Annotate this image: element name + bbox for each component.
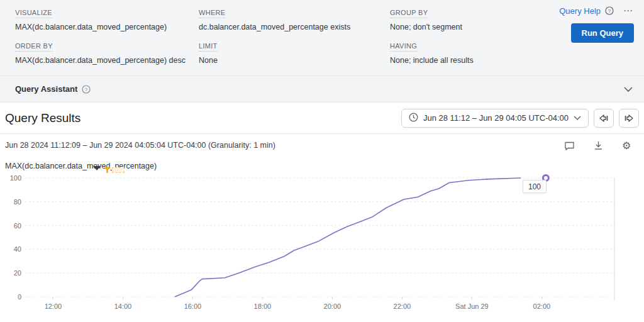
svg-text:14:00: 14:00 bbox=[114, 303, 132, 310]
svg-text:22:00: 22:00 bbox=[394, 303, 411, 310]
clause-label: GROUP BY bbox=[390, 9, 428, 18]
svg-text:20:00: 20:00 bbox=[324, 303, 341, 310]
clause-group-by[interactable]: GROUP BY None; don't segment bbox=[390, 9, 572, 31]
clause-label: ORDER BY bbox=[15, 42, 53, 52]
comment-icon[interactable] bbox=[564, 140, 575, 151]
svg-text:16:00: 16:00 bbox=[184, 303, 202, 310]
svg-text:?: ? bbox=[608, 8, 611, 14]
help-circle-icon[interactable]: ? bbox=[605, 6, 614, 15]
query-assistant-bar[interactable]: Query Assistant ? bbox=[0, 76, 644, 103]
clause-order-by[interactable]: ORDER BY MAX(dc.balancer.data_moved_perc… bbox=[15, 42, 199, 65]
clause-grid: VISUALIZE MAX(dc.balancer.data_moved_per… bbox=[15, 9, 572, 75]
chart-canvas[interactable]: 02040608010012:0014:0016:0018:0020:0022:… bbox=[0, 165, 644, 316]
results-meta-row: Jun 28 2024 11:12:09 – Jun 29 2024 04:05… bbox=[0, 134, 644, 157]
download-icon[interactable] bbox=[593, 140, 604, 151]
svg-text:20: 20 bbox=[14, 269, 21, 277]
svg-text:60: 60 bbox=[14, 222, 21, 230]
query-time-span-text: Jun 28 2024 11:12:09 – Jun 29 2024 04:05… bbox=[5, 141, 275, 150]
svg-text:12:00: 12:00 bbox=[45, 303, 62, 310]
svg-text:?: ? bbox=[85, 87, 88, 92]
overflow-menu-icon[interactable]: ⋯ bbox=[623, 5, 634, 16]
svg-text:02:00: 02:00 bbox=[533, 303, 551, 310]
svg-text:0: 0 bbox=[18, 293, 21, 301]
chevron-down-icon bbox=[574, 113, 581, 123]
clause-limit[interactable]: LIMIT None bbox=[199, 42, 390, 65]
results-header: Query Results Jun 28 11:12 – Jun 29 04:0… bbox=[0, 103, 644, 134]
run-query-button[interactable]: Run Query bbox=[571, 23, 634, 43]
query-builder-panel: VISUALIZE MAX(dc.balancer.data_moved_per… bbox=[0, 0, 644, 76]
clause-where[interactable]: WHERE dc.balancer.data_moved_percentage … bbox=[199, 9, 390, 31]
page-title: Query Results bbox=[5, 111, 80, 125]
svg-text:100: 100 bbox=[10, 174, 21, 182]
svg-text:Sat Jun 29: Sat Jun 29 bbox=[455, 303, 489, 310]
chevron-down-icon[interactable] bbox=[624, 84, 633, 95]
clause-label: LIMIT bbox=[199, 42, 218, 52]
clause-value: MAX(dc.balancer.data_moved_percentage) bbox=[15, 23, 199, 31]
chart-value-tooltip: 100 bbox=[523, 180, 547, 193]
clause-value: MAX(dc.balancer.data_moved_percentage) d… bbox=[15, 56, 199, 65]
query-assistant-title: Query Assistant bbox=[15, 84, 77, 94]
builder-actions: Query Help ? ⋯ Run Query bbox=[559, 5, 634, 43]
time-back-button[interactable] bbox=[594, 109, 614, 128]
clause-value: None; include all results bbox=[390, 56, 572, 65]
svg-text:40: 40 bbox=[14, 245, 21, 253]
clause-visualize[interactable]: VISUALIZE MAX(dc.balancer.data_moved_per… bbox=[15, 9, 199, 31]
results-chart[interactable]: MAX(dc.balancer.data_moved_percentage) 0… bbox=[0, 157, 644, 322]
clause-label: VISUALIZE bbox=[15, 9, 52, 18]
time-range-label: Jun 28 11:12 – Jun 29 04:05 UTC-04:00 bbox=[423, 113, 569, 123]
clause-value: None; don't segment bbox=[390, 23, 572, 31]
clause-value: dc.balancer.data_moved_percentage exists bbox=[199, 23, 390, 31]
help-circle-icon: ? bbox=[82, 85, 91, 94]
query-page: VISUALIZE MAX(dc.balancer.data_moved_per… bbox=[0, 0, 644, 322]
svg-text:80: 80 bbox=[14, 198, 21, 206]
clause-label: HAVING bbox=[390, 42, 417, 52]
clause-label: WHERE bbox=[199, 9, 225, 18]
clock-icon bbox=[409, 113, 418, 124]
time-forward-button[interactable] bbox=[619, 109, 639, 128]
time-range-selector[interactable]: Jun 28 11:12 – Jun 29 04:05 UTC-04:00 bbox=[401, 109, 589, 128]
query-help-link[interactable]: Query Help bbox=[559, 6, 601, 16]
svg-text:18:00: 18:00 bbox=[254, 303, 272, 310]
gear-icon[interactable]: ⚙ bbox=[622, 140, 633, 151]
clause-value: None bbox=[199, 56, 390, 65]
clause-having[interactable]: HAVING None; include all results bbox=[390, 42, 572, 65]
